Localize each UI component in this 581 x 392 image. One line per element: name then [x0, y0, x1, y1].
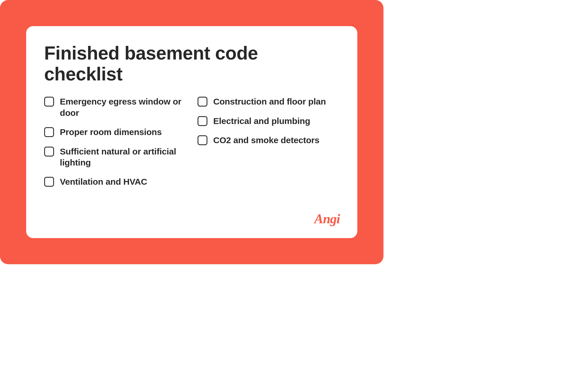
checklist-column-right: Construction and floor plan Electrical a… [198, 96, 339, 187]
checklist-item: CO2 and smoke detectors [198, 135, 339, 146]
outer-frame: Finished basement code checklist Emergen… [0, 0, 383, 264]
checklist-item-label: Electrical and plumbing [213, 116, 310, 127]
checklist-item-label: Emergency egress window or door [60, 96, 186, 118]
card-title: Finished basement code checklist [44, 43, 339, 84]
brand-logo: Angi [314, 211, 340, 226]
checkbox-icon[interactable] [44, 177, 54, 187]
checklist-item: Proper room dimensions [44, 127, 186, 138]
checkbox-icon[interactable] [44, 97, 54, 107]
checkbox-icon[interactable] [198, 135, 207, 145]
checkbox-icon[interactable] [44, 147, 54, 157]
checklist-item: Ventilation and HVAC [44, 176, 186, 187]
checklist-item: Construction and floor plan [198, 96, 339, 107]
checklist-item-label: Construction and floor plan [213, 96, 326, 107]
checklist-item-label: CO2 and smoke detectors [213, 135, 320, 146]
checklist-card: Finished basement code checklist Emergen… [26, 26, 357, 238]
checkbox-icon[interactable] [198, 116, 207, 126]
checklist-item-label: Ventilation and HVAC [60, 176, 147, 187]
checklist-column-left: Emergency egress window or door Proper r… [44, 96, 186, 187]
checklist-item-label: Sufficient natural or artificial lightin… [60, 146, 186, 168]
checkbox-icon[interactable] [44, 127, 54, 137]
checklist-columns: Emergency egress window or door Proper r… [44, 96, 339, 187]
checkbox-icon[interactable] [198, 97, 207, 107]
checklist-item-label: Proper room dimensions [60, 127, 162, 138]
checklist-item: Emergency egress window or door [44, 96, 186, 118]
checklist-item: Sufficient natural or artificial lightin… [44, 146, 186, 168]
checklist-item: Electrical and plumbing [198, 116, 339, 127]
